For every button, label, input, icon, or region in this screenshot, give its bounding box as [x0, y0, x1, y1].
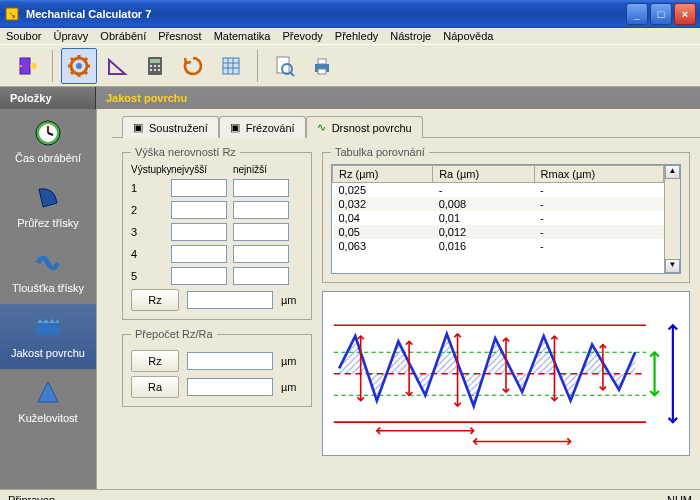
col-label: Výstupky — [131, 164, 165, 175]
statusbar: Připraven NUM — [0, 489, 700, 500]
toolbar — [0, 45, 700, 87]
rz-5-high[interactable] — [171, 267, 227, 285]
window-title: Mechanical Calculator 7 — [26, 8, 626, 20]
svg-line-10 — [71, 58, 73, 60]
rz-2-low[interactable] — [233, 201, 289, 219]
sidebar-item-label: Kuželovitost — [18, 412, 77, 424]
svg-rect-19 — [150, 69, 152, 71]
svg-line-13 — [85, 58, 87, 60]
rzra-fieldset: Přepočet Rz/Ra Rz µm Ra µm — [122, 328, 312, 407]
rz-result[interactable] — [187, 291, 273, 309]
svg-rect-31 — [318, 59, 326, 64]
cone-icon — [32, 377, 64, 409]
table-row[interactable]: 0,0320,008- — [333, 197, 664, 211]
svg-text:↘: ↘ — [8, 9, 16, 20]
calculator-icon[interactable] — [137, 48, 173, 84]
rzra-legend: Přepočet Rz/Ra — [131, 328, 217, 340]
rz-4-low[interactable] — [233, 245, 289, 263]
grid-icon[interactable] — [213, 48, 249, 84]
print-icon[interactable] — [304, 48, 340, 84]
svg-rect-16 — [150, 65, 152, 67]
ra-button[interactable]: Ra — [131, 376, 179, 398]
sidebar-item-label: Jakost povrchu — [11, 347, 85, 359]
menu-prevody[interactable]: Převody — [282, 30, 322, 42]
svg-rect-21 — [158, 69, 160, 71]
table-row[interactable]: 0,025-- — [333, 183, 664, 198]
svg-rect-20 — [154, 69, 156, 71]
svg-rect-37 — [37, 323, 59, 335]
table-fieldset: Tabulka porovnání Rz (µm) Ra (µm) Rmax (… — [322, 146, 690, 283]
svg-rect-22 — [223, 58, 239, 74]
tab-frezovani[interactable]: ▣Frézování — [219, 116, 306, 138]
svg-rect-15 — [150, 59, 160, 63]
sidebar-item-kuzelovitost[interactable]: Kuželovitost — [0, 369, 96, 434]
menubar: Soubor Úpravy Obrábění Přesnost Matemati… — [0, 28, 700, 45]
rz-1-high[interactable] — [171, 179, 227, 197]
scroll-up-icon[interactable]: ▲ — [665, 165, 680, 179]
table-row[interactable]: 0,050,012- — [333, 225, 664, 239]
table-row[interactable]: 0,0630,016- — [333, 239, 664, 253]
menu-soubor[interactable]: Soubor — [6, 30, 41, 42]
menu-nastroje[interactable]: Nástroje — [390, 30, 431, 42]
rz-button[interactable]: Rz — [131, 289, 179, 311]
svg-point-5 — [76, 63, 82, 69]
door-icon[interactable] — [8, 48, 44, 84]
sidebar-item-label: Průřez třísky — [17, 217, 79, 229]
section-icon — [32, 182, 64, 214]
menu-prehledy[interactable]: Přehledy — [335, 30, 378, 42]
angle-icon[interactable] — [99, 48, 135, 84]
sidebar-scrollbar[interactable] — [96, 109, 112, 489]
surface-icon — [32, 312, 64, 344]
menu-matematika[interactable]: Matematika — [214, 30, 271, 42]
rz-3-low[interactable] — [233, 223, 289, 241]
rz-5-low[interactable] — [233, 267, 289, 285]
svg-line-12 — [71, 72, 73, 74]
roughness-chart — [322, 291, 690, 456]
main-panel: ▣Soustružení ▣Frézování ∿Drsnost povrchu… — [112, 109, 700, 489]
sidebar-item-tloustka[interactable]: Tloušťka třísky — [0, 239, 96, 304]
mill-icon: ▣ — [230, 121, 240, 134]
menu-obrabeni[interactable]: Obrábění — [100, 30, 146, 42]
col-high: nejvyšší — [171, 164, 227, 175]
rz-legend: Výška nerovností Rz — [131, 146, 240, 158]
sidebar-item-label: Čas obrábění — [15, 152, 81, 164]
scroll-down-icon[interactable]: ▼ — [665, 259, 680, 273]
minimize-button[interactable]: _ — [626, 3, 648, 25]
table-legend: Tabulka porovnání — [331, 146, 429, 158]
preview-icon[interactable] — [266, 48, 302, 84]
svg-line-11 — [85, 72, 87, 74]
titlebar: ↘ Mechanical Calculator 7 _ □ × — [0, 0, 700, 28]
rz2-button[interactable]: Rz — [131, 350, 179, 372]
thickness-icon — [32, 247, 64, 279]
lathe-icon: ▣ — [133, 121, 143, 134]
wave-icon: ∿ — [317, 121, 326, 134]
sidebar-item-cas[interactable]: Čas obrábění — [0, 109, 96, 174]
rz-1-low[interactable] — [233, 179, 289, 197]
gear-icon[interactable] — [61, 48, 97, 84]
menu-napoveda[interactable]: Nápověda — [443, 30, 493, 42]
tab-drsnost[interactable]: ∿Drsnost povrchu — [306, 116, 423, 138]
sidebar-item-jakost[interactable]: Jakost povrchu — [0, 304, 96, 369]
svg-rect-32 — [318, 69, 326, 74]
sidebar-item-label: Tloušťka třísky — [12, 282, 84, 294]
close-button[interactable]: × — [674, 3, 696, 25]
app-icon: ↘ — [4, 6, 20, 22]
col-low: nejnižší — [233, 164, 289, 175]
rz-3-high[interactable] — [171, 223, 227, 241]
status-text: Připraven — [8, 494, 55, 501]
rz-2-high[interactable] — [171, 201, 227, 219]
sidebar-item-prurez[interactable]: Průřez třísky — [0, 174, 96, 239]
sidebar: Čas obrábění Průřez třísky Tloušťka třís… — [0, 109, 96, 489]
menu-presnost[interactable]: Přesnost — [158, 30, 201, 42]
tab-soustruzeni[interactable]: ▣Soustružení — [122, 116, 219, 138]
rz2-value[interactable] — [187, 352, 273, 370]
menu-upravy[interactable]: Úpravy — [53, 30, 88, 42]
rz-4-high[interactable] — [171, 245, 227, 263]
table-scrollbar[interactable]: ▲ ▼ — [664, 165, 680, 273]
svg-line-29 — [290, 72, 294, 76]
items-header: Položky — [0, 87, 96, 109]
table-row[interactable]: 0,040,01- — [333, 211, 664, 225]
ra-value[interactable] — [187, 378, 273, 396]
maximize-button[interactable]: □ — [650, 3, 672, 25]
refresh-icon[interactable] — [175, 48, 211, 84]
